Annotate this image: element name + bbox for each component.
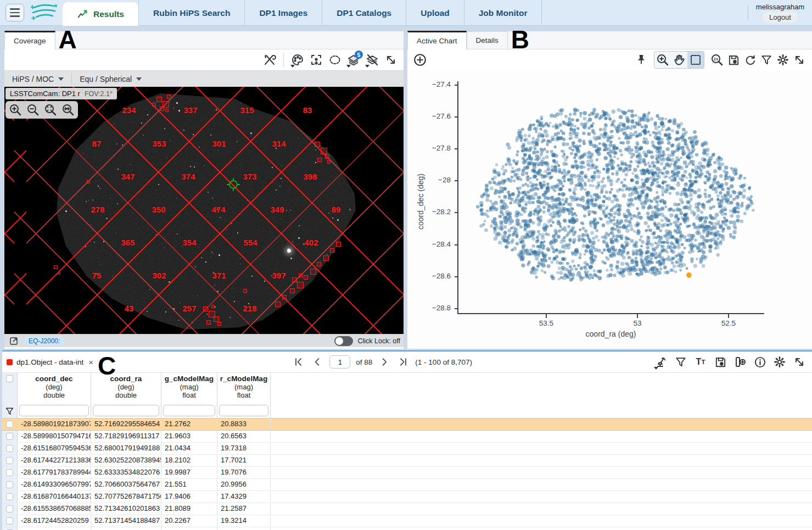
- filter-input-coord_dec[interactable]: [19, 405, 89, 416]
- nav-tab-dp1-catalogs[interactable]: DP1 Catalogs: [322, 0, 406, 26]
- source-marker: [317, 262, 321, 266]
- text-view-icon[interactable]: TT: [692, 354, 709, 370]
- tile-number: 218: [243, 304, 256, 313]
- row-checkbox[interactable]: [6, 421, 13, 428]
- table-row[interactable]: -28.61687016644013752.70775267847175617.…: [2, 491, 812, 503]
- image-tools-icon[interactable]: [261, 52, 278, 68]
- cell-empty: [91, 527, 161, 530]
- tile-number: 371: [212, 271, 226, 280]
- nav-tab-dp1-images[interactable]: DP1 Images: [245, 0, 322, 26]
- table-row-partial[interactable]: [2, 527, 812, 530]
- table-filter-icon[interactable]: [673, 354, 689, 370]
- chart-select-mode-icon[interactable]: [687, 52, 704, 68]
- column-header-coord_dec[interactable]: coord_dec(deg)double: [18, 373, 91, 404]
- scatter-chart[interactable]: −27.4−27.6−27.8−28−28.2−28.4−28.6−28.853…: [407, 70, 812, 347]
- zoom-out-icon[interactable]: [25, 102, 41, 118]
- table-tab[interactable]: dp1.Object - data-int ×: [7, 358, 94, 367]
- nav-tab-results[interactable]: Results: [63, 2, 138, 26]
- layers-icon[interactable]: 5: [345, 52, 362, 68]
- prev-page-icon[interactable]: [311, 355, 324, 369]
- zoom-in-icon[interactable]: [8, 102, 23, 118]
- show-coverage-icon[interactable]: [653, 354, 669, 370]
- row-checkbox[interactable]: [6, 493, 13, 500]
- tile-number: 89: [332, 205, 341, 214]
- cell-g_cModelMag: 21.0434: [161, 443, 217, 454]
- nav-tab-job-monitor[interactable]: Job Monitor: [464, 0, 542, 26]
- table-row[interactable]: -28.61493309650799752.7066003756476721.5…: [2, 479, 812, 491]
- source-marker: [206, 320, 211, 325]
- table-row[interactable]: -28.61553865706888552.7134261020186321.8…: [2, 503, 812, 515]
- row-checkbox[interactable]: [6, 457, 13, 464]
- filter-input-g_cModelMag[interactable]: [163, 405, 215, 416]
- table-row[interactable]: -28.61744227121383652.63025220873894518.…: [2, 455, 812, 467]
- filter-input-r_cModelMag[interactable]: [219, 405, 268, 416]
- row-select-cell: [2, 527, 18, 530]
- row-checkbox[interactable]: [6, 481, 13, 488]
- hips-moc-dropdown[interactable]: HiPS / MOC: [4, 71, 71, 87]
- table-row[interactable]: -28.61516807959453652.6800179194918821.0…: [2, 443, 812, 455]
- add-column-icon[interactable]: [732, 354, 748, 370]
- table-row[interactable]: -28.58980192187390752.7169229558465421.2…: [2, 419, 812, 431]
- popout-icon[interactable]: [8, 335, 20, 347]
- x-tick-mark: [637, 314, 638, 318]
- table-settings-icon[interactable]: [771, 354, 788, 370]
- color-palette-icon[interactable]: [289, 52, 306, 68]
- filter-input-coord_ra[interactable]: [93, 405, 159, 416]
- last-page-icon[interactable]: [396, 355, 410, 369]
- row-checkbox[interactable]: [6, 445, 13, 452]
- add-chart-icon[interactable]: [412, 52, 428, 68]
- column-unit: (mag): [164, 383, 215, 391]
- page-number-input[interactable]: [329, 355, 350, 369]
- next-page-icon[interactable]: [378, 355, 391, 369]
- logout-button[interactable]: Logout: [763, 12, 798, 23]
- table-row[interactable]: -28.58998015079471652.7182919691131721.9…: [2, 431, 812, 443]
- chart-save-icon[interactable]: [725, 52, 742, 68]
- tab-coverage[interactable]: Coverage: [4, 31, 55, 49]
- pin-chart-icon[interactable]: [633, 52, 649, 68]
- row-checkbox[interactable]: [6, 433, 13, 440]
- row-checkbox[interactable]: [6, 469, 13, 476]
- column-header-r_cModelMag[interactable]: r_cModelMag(mag)float: [217, 373, 271, 404]
- chart-pan-mode-icon[interactable]: [671, 52, 687, 68]
- column-header-g_cModelMag[interactable]: g_cModelMag(mag)float: [161, 373, 217, 404]
- row-checkbox[interactable]: [6, 505, 13, 512]
- chart-settings-icon[interactable]: [775, 52, 791, 68]
- projection-dropdown[interactable]: Equ / Spherical: [72, 71, 149, 87]
- chart-filter-icon[interactable]: [758, 52, 775, 68]
- filter-cell: [161, 404, 217, 418]
- column-name: coord_ra: [93, 375, 159, 383]
- chart-zoom-mode-icon[interactable]: [654, 52, 671, 68]
- layers-off-icon[interactable]: [364, 52, 380, 68]
- source-marker: [152, 103, 156, 107]
- chart-zoom-reset-icon[interactable]: 1x: [709, 52, 725, 68]
- click-lock-toggle[interactable]: [334, 336, 353, 346]
- chart-expand-icon[interactable]: [791, 52, 808, 68]
- nav-tab-rubin-hips-search[interactable]: Rubin HiPS Search: [138, 0, 245, 26]
- fov-label: FOV:2.1°: [85, 90, 113, 98]
- chart-restore-icon[interactable]: [742, 52, 758, 68]
- row-checkbox[interactable]: [6, 517, 13, 525]
- recenter-icon[interactable]: [308, 52, 324, 68]
- first-page-icon[interactable]: [292, 355, 305, 369]
- zoom-fill-icon[interactable]: [60, 102, 76, 118]
- table-row[interactable]: -28.61779178378994452.6333353482207619.9…: [2, 467, 812, 479]
- zoom-fit-icon[interactable]: [43, 102, 58, 118]
- nav-tab-upload[interactable]: Upload: [406, 0, 464, 26]
- select-region-icon[interactable]: [327, 52, 343, 68]
- table-info-icon[interactable]: [752, 354, 768, 370]
- tab-details[interactable]: Details: [467, 31, 508, 49]
- close-table-icon[interactable]: ×: [87, 358, 94, 367]
- tab-active-chart[interactable]: Active Chart: [407, 31, 467, 49]
- select-all-checkbox[interactable]: [6, 375, 13, 382]
- expand-panel-icon[interactable]: [383, 52, 399, 68]
- cell-r_cModelMag: 19.7076: [217, 467, 271, 478]
- filter-cell: [217, 404, 271, 418]
- table-row[interactable]: -28.6172445282025952.7137145418848720.22…: [2, 515, 812, 527]
- table-expand-icon[interactable]: [791, 354, 808, 370]
- sky-image-viewport[interactable]: 2343373158387353301314347374373398278350…: [4, 87, 404, 334]
- column-type: double: [20, 391, 88, 399]
- tile-number: 350: [152, 205, 165, 214]
- menu-icon[interactable]: [5, 4, 24, 21]
- column-header-coord_ra[interactable]: coord_ra(deg)double: [91, 373, 161, 404]
- table-save-icon[interactable]: [712, 354, 729, 370]
